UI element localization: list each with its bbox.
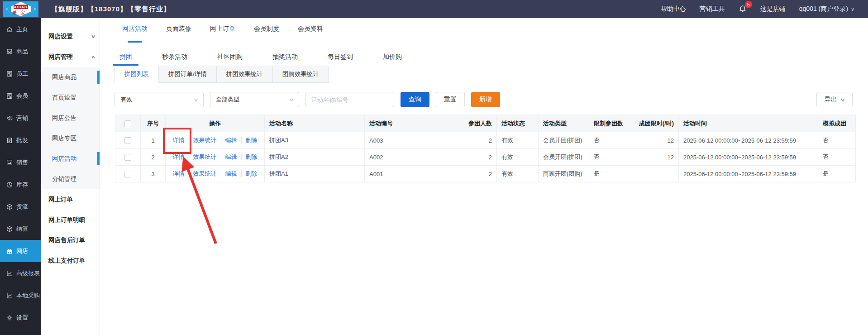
col-mock: 模拟成团	[818, 115, 856, 132]
group-buy-subtabs: 拼团列表 拼团订单/详情 拼团效果统计 团购效果统计	[100, 66, 868, 83]
delete-link[interactable]: 删除	[241, 137, 258, 144]
tab-group-orders[interactable]: 拼团订单/详情	[159, 66, 217, 83]
sidebar-item-inventory[interactable]: 库存	[0, 173, 41, 196]
chevron-up-icon: ∧	[91, 54, 95, 59]
submenu-group-shop-settings[interactable]: 网店设置 ∨	[41, 26, 100, 47]
cell-limit: 否	[589, 132, 628, 149]
active-marker	[97, 71, 100, 84]
submenu-item-online-orders[interactable]: 网上订单	[41, 189, 100, 210]
sidebar-item-advanced-reports[interactable]: 高级报表	[0, 262, 41, 284]
shop-name-link[interactable]: 这是店铺	[760, 5, 786, 13]
tab-online-orders[interactable]: 网上订单	[210, 18, 235, 46]
sidebar-item-home[interactable]: 主页	[0, 18, 41, 40]
tab-group-list[interactable]: 拼团列表	[114, 66, 159, 83]
secondary-sidebar: 网店设置 ∨ 网店管理 ∧ 网店商品 首页设置 网店公告 网店专区 网店活动 分…	[41, 18, 100, 335]
submenu-item-shop-goods[interactable]: 网店商品	[41, 67, 100, 87]
marketing-tools-link[interactable]: 营销工具	[700, 5, 725, 13]
submenu-group-shop-manage[interactable]: 网店管理 ∧	[41, 47, 100, 67]
tab-flash-sale[interactable]: 秒杀活动	[156, 53, 194, 66]
sidebar-item-marketing[interactable]: 营销	[0, 107, 41, 129]
tab-member-system[interactable]: 会员制度	[254, 18, 279, 46]
delete-link[interactable]: 删除	[241, 153, 258, 160]
edit-link[interactable]: 编辑	[221, 170, 237, 177]
col-status: 活动状态	[497, 115, 539, 132]
sidebar-item-sales[interactable]: 销售	[0, 151, 41, 173]
tab-group-buy[interactable]: 拼团	[113, 53, 138, 66]
row-checkbox[interactable]	[124, 137, 131, 144]
stats-link[interactable]: 效果统计	[189, 153, 217, 160]
tab-daily-checkin[interactable]: 每日签到	[321, 53, 359, 66]
stats-link[interactable]: 效果统计	[189, 170, 217, 177]
cell-activity-name: 拼团A3	[265, 132, 365, 149]
select-all-checkbox[interactable]	[124, 120, 131, 127]
sidebar-item-logistics[interactable]: 货流	[0, 196, 41, 218]
cell-time: 2025-06-12 00:00:00~2025-06-12 23:59:59	[679, 166, 818, 182]
cell-limit: 是	[589, 166, 628, 182]
tab-lottery[interactable]: 抽奖活动	[266, 53, 304, 66]
sidebar-item-goods[interactable]: 商品	[0, 40, 41, 62]
col-hours: 成团限时(/时)	[628, 115, 679, 132]
detail-link[interactable]: 详情	[173, 170, 185, 177]
cell-seq: 1	[141, 132, 166, 149]
sidebar-item-settings[interactable]: 设置	[0, 306, 41, 329]
reset-button[interactable]: 重置	[436, 92, 465, 107]
app-logo[interactable]: AIBAO 爱宝	[0, 0, 41, 18]
cell-status: 有效	[497, 166, 539, 182]
submenu-item-online-pay-orders[interactable]: 线上支付订单	[41, 250, 100, 271]
primary-tabs: 网店活动 页面装修 网上订单 会员制度 会员资料	[100, 18, 868, 46]
cell-status: 有效	[497, 149, 539, 166]
sidebar-item-online-shop[interactable]: 网店	[0, 240, 41, 262]
row-checkbox[interactable]	[124, 171, 131, 177]
query-button[interactable]: 查询	[401, 92, 429, 107]
submenu-item-distribution[interactable]: 分销管理	[41, 169, 100, 189]
submenu-item-shop-notice[interactable]: 网店公告	[41, 108, 100, 128]
topbar: AIBAO 爱宝 【旗舰版】【183070】【零售行业】 帮助中心 营销工具 5…	[0, 0, 868, 18]
col-limit: 限制参团数	[589, 115, 628, 132]
detail-link[interactable]: 详情	[173, 153, 185, 160]
chevron-down-icon: ∨	[91, 34, 95, 39]
detail-link[interactable]: 详情	[173, 137, 185, 144]
tab-add-on-purchase[interactable]: 加价购	[377, 53, 408, 66]
pie-chart-icon	[6, 181, 13, 188]
status-filter-select[interactable]: 有效 ∨	[114, 92, 204, 107]
export-button[interactable]: 导出 ∨	[816, 92, 853, 107]
sidebar-item-local-purchase[interactable]: 本地采购	[0, 284, 41, 306]
submenu-item-online-order-detail[interactable]: 网上订单明细	[41, 210, 100, 230]
submenu-item-aftersale-orders[interactable]: 网店售后订单	[41, 230, 100, 250]
notification-bell-icon[interactable]: 5	[739, 5, 747, 14]
submenu-item-shop-zone[interactable]: 网店专区	[41, 128, 100, 148]
sidebar-item-staff[interactable]: 员工	[0, 62, 41, 85]
edit-link[interactable]: 编辑	[221, 153, 237, 160]
tab-community-group[interactable]: 社区团购	[211, 53, 249, 66]
col-type: 活动类型	[539, 115, 589, 132]
tab-group-stats[interactable]: 拼团效果统计	[217, 66, 273, 83]
stats-link[interactable]: 效果统计	[189, 137, 217, 144]
sidebar-item-settlement[interactable]: 结算	[0, 218, 41, 240]
row-checkbox[interactable]	[124, 154, 131, 161]
cell-hours: 12	[628, 149, 679, 166]
cell-seq: 3	[141, 166, 166, 182]
tab-purchase-stats[interactable]: 团购效果统计	[273, 66, 329, 83]
chevron-down-icon: ∨	[193, 97, 199, 103]
type-filter-select[interactable]: 全部类型 ∨	[210, 92, 299, 107]
sidebar-item-wholesale[interactable]: 批发	[0, 129, 41, 151]
tab-page-decorate[interactable]: 页面装修	[166, 18, 191, 46]
tab-member-profile[interactable]: 会员资料	[298, 18, 323, 46]
submenu-item-home-settings[interactable]: 首页设置	[41, 87, 100, 108]
account-menu[interactable]: qq001 (商户登录) ∨	[799, 5, 854, 13]
tab-shop-activity[interactable]: 网店活动	[122, 18, 148, 46]
help-center-link[interactable]: 帮助中心	[661, 5, 686, 13]
sidebar-item-members[interactable]: 会员	[0, 85, 41, 107]
aibao-logo-icon: AIBAO 爱宝	[3, 1, 38, 17]
cell-actions: 详情效果统计编辑删除	[166, 149, 265, 166]
cell-people: 2	[441, 166, 497, 182]
delete-link[interactable]: 删除	[241, 170, 258, 177]
edit-link[interactable]: 编辑	[221, 137, 237, 144]
cell-actions: 详情效果统计编辑删除	[166, 132, 265, 149]
activity-search-input[interactable]	[305, 92, 394, 107]
col-seq: 序号	[141, 115, 166, 132]
submenu-item-shop-activity[interactable]: 网店活动	[41, 148, 100, 169]
table-row: 1 详情效果统计编辑删除 拼团A3 A003 2 有效 会员开团(拼团) 否 1…	[115, 132, 856, 149]
add-button[interactable]: 新增	[471, 92, 500, 107]
cell-hours: 12	[628, 132, 679, 149]
